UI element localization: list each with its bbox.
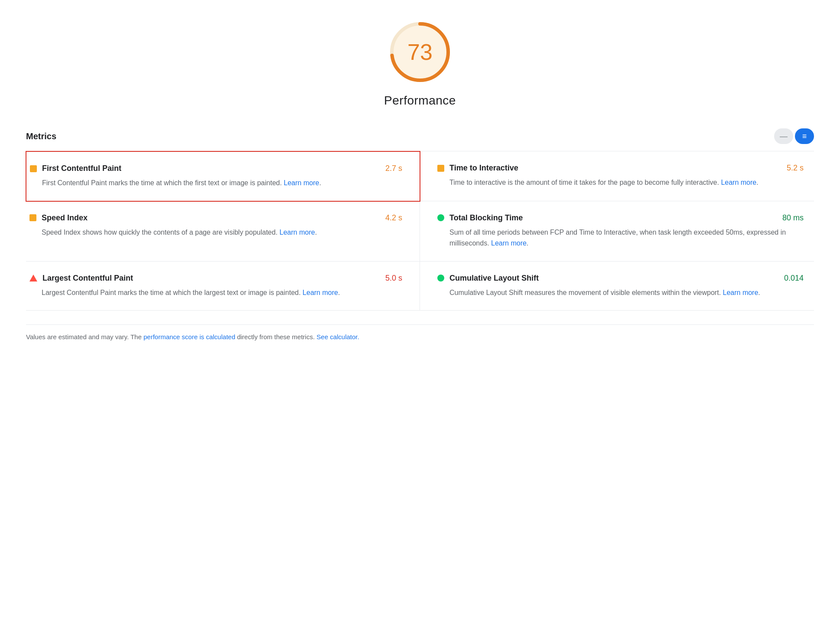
metric-name: Total Blocking Time (449, 213, 523, 223)
metric-name-wrap: Speed Index (29, 213, 88, 223)
metric-value: 0.014 (784, 274, 804, 283)
icon-orange-square (29, 214, 36, 221)
metric-name: Largest Contentful Paint (42, 274, 133, 283)
metric-value: 80 ms (782, 213, 804, 223)
metrics-header: Metrics — ≡ (26, 128, 814, 144)
compact-view-button[interactable]: — (774, 128, 793, 144)
metric-header-row: Speed Index 4.2 s (29, 213, 402, 223)
metric-description: Speed Index shows how quickly the conten… (42, 227, 402, 238)
metric-name: Speed Index (42, 213, 88, 223)
metric-name-wrap: Cumulative Layout Shift (437, 274, 539, 283)
footer-link-calculator[interactable]: performance score is calculated (143, 333, 235, 340)
metrics-title: Metrics (26, 131, 56, 141)
metric-cell-lcp: Largest Contentful Paint 5.0 s Largest C… (26, 262, 420, 311)
metric-description: Time to interactive is the amount of tim… (449, 177, 804, 188)
metric-learn-more-link[interactable]: Learn more (280, 229, 315, 236)
metric-header-row: Time to Interactive 5.2 s (437, 164, 804, 173)
metric-name: Cumulative Layout Shift (449, 274, 539, 283)
metric-description: Sum of all time periods between FCP and … (449, 227, 804, 249)
metric-learn-more-link[interactable]: Learn more (303, 289, 338, 296)
footer-note: Values are estimated and may vary. The p… (26, 324, 814, 342)
metric-name: Time to Interactive (449, 164, 518, 173)
metrics-grid: First Contentful Paint 2.7 s First Conte… (26, 151, 814, 311)
metric-name: First Contentful Paint (42, 164, 121, 173)
icon-green-circle (437, 275, 444, 282)
metric-cell-fcp: First Contentful Paint 2.7 s First Conte… (26, 151, 420, 202)
metric-header-row: First Contentful Paint 2.7 s (30, 164, 402, 173)
metric-learn-more-link[interactable]: Learn more (284, 179, 319, 187)
list-view-button[interactable]: ≡ (795, 128, 814, 144)
score-label: Performance (384, 94, 456, 108)
metric-header-row: Largest Contentful Paint 5.0 s (29, 274, 402, 283)
metric-description: Cumulative Layout Shift measures the mov… (449, 287, 804, 298)
footer-text-before: Values are estimated and may vary. The (26, 333, 143, 340)
metric-header-row: Total Blocking Time 80 ms (437, 213, 804, 223)
metric-value: 5.2 s (787, 164, 804, 173)
metric-learn-more-link[interactable]: Learn more (491, 239, 527, 247)
score-value: 73 (407, 39, 433, 65)
metric-value: 5.0 s (385, 274, 402, 283)
icon-orange-square (437, 165, 444, 172)
score-section: 73 Performance (26, 17, 814, 108)
metric-name-wrap: Total Blocking Time (437, 213, 523, 223)
metric-description: Largest Contentful Paint marks the time … (42, 287, 402, 298)
icon-red-triangle (29, 275, 37, 282)
metric-name-wrap: Time to Interactive (437, 164, 518, 173)
footer-link-see-calculator[interactable]: See calculator. (316, 333, 359, 340)
metric-cell-tti: Time to Interactive 5.2 s Time to intera… (420, 151, 814, 201)
metric-cell-si: Speed Index 4.2 s Speed Index shows how … (26, 201, 420, 262)
metric-header-row: Cumulative Layout Shift 0.014 (437, 274, 804, 283)
metric-value: 2.7 s (385, 164, 402, 173)
metric-learn-more-link[interactable]: Learn more (721, 179, 756, 186)
metric-description: First Contentful Paint marks the time at… (42, 177, 402, 189)
metric-value: 4.2 s (385, 213, 402, 223)
metric-name-wrap: Largest Contentful Paint (29, 274, 133, 283)
metric-learn-more-link[interactable]: Learn more (723, 289, 759, 296)
metrics-controls: — ≡ (774, 128, 814, 144)
score-ring: 73 (385, 17, 455, 87)
icon-orange-square (30, 165, 37, 172)
metric-name-wrap: First Contentful Paint (30, 164, 121, 173)
icon-green-circle (437, 214, 444, 221)
metric-cell-cls: Cumulative Layout Shift 0.014 Cumulative… (420, 262, 814, 311)
metric-cell-tbt: Total Blocking Time 80 ms Sum of all tim… (420, 201, 814, 262)
footer-text-middle: directly from these metrics. (235, 333, 317, 340)
